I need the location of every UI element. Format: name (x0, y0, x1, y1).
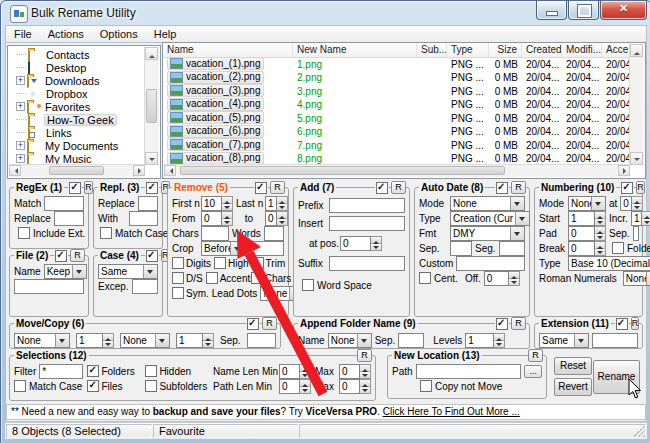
file-row[interactable]: vacation_(6).png 6.png PNG ...0 MB 20/04… (163, 126, 631, 140)
append-folder-reset-button[interactable]: R (511, 317, 526, 330)
extension-reset-button[interactable]: R (631, 317, 640, 330)
menu-actions[interactable]: Actions (40, 27, 92, 41)
tree-item-contacts[interactable]: Contacts (9, 48, 145, 61)
remove-chars-input[interactable] (201, 226, 229, 241)
extension-input[interactable] (592, 333, 638, 348)
remove-digits-checkbox[interactable] (172, 257, 184, 269)
tree-item-favorites[interactable]: +Favorites (9, 100, 145, 113)
file-row[interactable]: vacation_(7).png 7.png PNG ...0 MB 20/04… (163, 139, 631, 153)
append-folder-levels-spinner[interactable]: 1 (465, 333, 505, 348)
tree-horizontal-scrollbar[interactable] (9, 164, 145, 177)
auto-date-seg-input[interactable] (499, 241, 525, 256)
numbering-pad-spinner[interactable]: 0 (568, 226, 606, 241)
move-copy-count2-spinner[interactable]: 1 (176, 333, 214, 348)
append-folder-sep-input[interactable] (398, 333, 424, 348)
selections-name-len-max-spinner[interactable]: 0 (339, 364, 371, 379)
file-row[interactable]: vacation_(1).png 1.png PNG ...0 MB 20/04… (163, 58, 631, 72)
move-copy-reset-button[interactable]: R (262, 317, 277, 330)
selections-path-len-max-spinner[interactable]: 0 (339, 379, 371, 394)
tree-item-how-to-geek[interactable]: How-To Geek (9, 113, 145, 126)
menu-help[interactable]: Help (146, 27, 185, 41)
remove-crop-dropdown[interactable]: Before (201, 241, 245, 256)
selections-hidden-checkbox[interactable] (145, 365, 157, 377)
move-copy-sep-input[interactable] (247, 333, 276, 348)
expand-icon[interactable]: + (16, 141, 25, 150)
numbering-roman-dropdown[interactable]: None (623, 271, 650, 286)
file-row[interactable]: vacation_(5).png 5.png PNG ...0 MB 20/04… (163, 112, 631, 126)
remove-sym-checkbox[interactable] (172, 287, 184, 299)
file-row[interactable]: vacation_(4).png 4.png PNG ...0 MB 20/04… (163, 99, 631, 113)
file-name-input[interactable] (14, 279, 84, 294)
file-row[interactable]: vacation_(2).png 2.png PNG ...0 MB 20/04… (163, 72, 631, 86)
move-copy-mode2-dropdown[interactable]: None (120, 333, 170, 348)
reset-button[interactable]: Reset (554, 357, 592, 375)
menu-options[interactable]: Options (92, 27, 146, 41)
move-copy-enabled-checkbox[interactable] (247, 318, 259, 330)
remove-trim-checkbox[interactable] (252, 257, 264, 269)
copy-not-move-checkbox[interactable] (420, 380, 432, 392)
file-enabled-checkbox[interactable] (55, 250, 67, 262)
replace-input[interactable] (138, 196, 158, 211)
remove-ds-checkbox[interactable] (172, 272, 184, 284)
numbering-at-spinner[interactable]: 0 (620, 196, 643, 211)
case-exceptions-input[interactable] (132, 279, 158, 294)
selections-match-case-checkbox[interactable] (14, 380, 26, 392)
tree-item-desktop[interactable]: Desktop (9, 61, 145, 74)
add-word-space-checkbox[interactable] (302, 279, 314, 291)
list-horizontal-scrollbar[interactable] (164, 164, 630, 177)
column-header-sub[interactable]: Sub... (417, 43, 447, 57)
regex-reset-button[interactable]: R (84, 181, 93, 194)
selections-path-len-min-spinner[interactable]: 0 (279, 379, 311, 394)
close-button[interactable]: ✕ (600, 1, 647, 20)
move-copy-count1-spinner[interactable]: 1 (76, 333, 114, 348)
auto-date-custom-input[interactable] (456, 256, 525, 271)
selections-name-len-min-spinner[interactable]: 0 (279, 364, 311, 379)
rename-button[interactable]: Rename (593, 360, 640, 394)
ad-link[interactable]: Click Here To Find Out More ... (383, 406, 520, 417)
remove-last-n-spinner[interactable]: 1 (265, 196, 288, 211)
numbering-break-spinner[interactable]: 0 (568, 241, 606, 256)
remove-from-spinner[interactable]: 0 (201, 211, 233, 226)
tree-item-downloads[interactable]: +Downloads (9, 74, 145, 87)
regex-include-ext-checkbox[interactable] (18, 227, 30, 239)
file-name-dropdown[interactable]: Keep (44, 264, 87, 279)
auto-date-type-dropdown[interactable]: Creation (Cur (450, 211, 530, 226)
browse-button[interactable]: ... (524, 365, 542, 378)
add-reset-button[interactable]: R (391, 181, 406, 194)
tree-item-dropbox[interactable]: Dropbox (9, 87, 145, 100)
remove-crop-input[interactable] (248, 241, 284, 256)
file-reset-button[interactable]: R (70, 249, 85, 262)
remove-chars-checkbox[interactable] (251, 272, 263, 284)
replace-enabled-checkbox[interactable] (146, 182, 158, 194)
auto-date-fmt-dropdown[interactable]: DMY (450, 226, 525, 241)
extension-mode-dropdown[interactable]: Same (539, 333, 589, 348)
selections-subfolders-checkbox[interactable] (145, 380, 157, 392)
numbering-incr-spinner[interactable]: 1 (631, 211, 650, 226)
add-insert-input[interactable] (329, 216, 405, 231)
numbering-folder-checkbox[interactable] (612, 242, 624, 254)
case-mode-dropdown[interactable]: Same (98, 264, 158, 279)
selections-folders-checkbox[interactable] (87, 365, 99, 377)
expand-icon[interactable]: + (16, 76, 25, 85)
column-header-name[interactable]: Name (163, 43, 293, 57)
revert-button[interactable]: Revert (554, 378, 592, 396)
remove-first-n-spinner[interactable]: 10 (201, 196, 233, 211)
case-enabled-checkbox[interactable] (146, 250, 158, 262)
auto-date-reset-button[interactable]: R (511, 181, 526, 194)
remove-accents-checkbox[interactable] (206, 272, 218, 284)
minimize-button[interactable] (536, 1, 567, 20)
replace-with-input[interactable] (129, 211, 158, 226)
tree-item-links[interactable]: Links (9, 126, 145, 139)
column-header-modified[interactable]: Modifi... (562, 43, 602, 57)
resize-grip[interactable] (633, 425, 645, 437)
regex-match-input[interactable] (44, 196, 84, 211)
maximize-button[interactable] (568, 1, 599, 20)
menu-file[interactable]: File (6, 27, 40, 41)
column-header-created[interactable]: Created (522, 43, 562, 57)
expand-icon[interactable]: + (16, 102, 25, 111)
replace-match-case-checkbox[interactable] (100, 227, 112, 239)
column-header-accessed[interactable]: Acce... (602, 43, 631, 57)
extension-enabled-checkbox[interactable] (616, 318, 628, 330)
new-location-reset-button[interactable]: R (528, 349, 543, 362)
selections-files-checkbox[interactable] (87, 380, 99, 392)
